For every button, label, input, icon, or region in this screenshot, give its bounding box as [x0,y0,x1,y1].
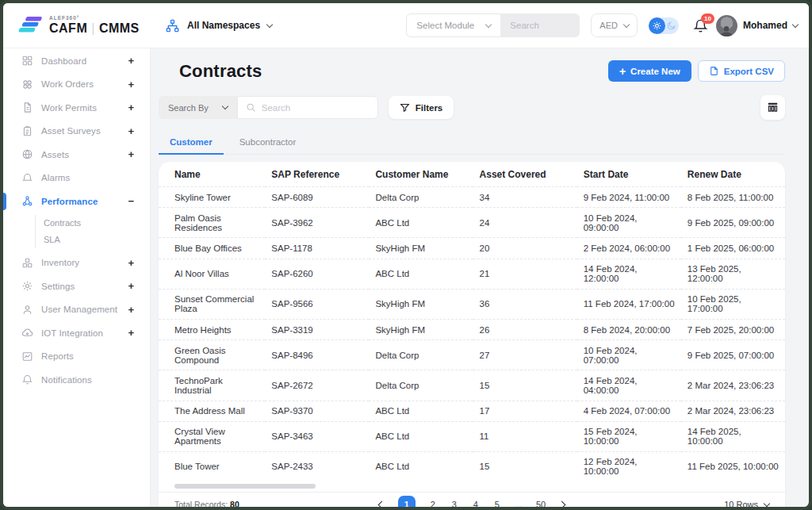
total-records: Total Records: 80 [174,500,379,509]
sidebar-item-label: Asset Surveys [41,126,120,136]
select-module-dropdown[interactable]: Select Module [406,13,501,37]
column-header: SAP Reference [265,162,369,187]
sidebar-item-user-management[interactable]: User Management+ [3,298,150,322]
table-cell: 11 [473,421,577,451]
user-menu[interactable]: Mohamed [716,15,798,36]
sidebar-item-reports[interactable]: Reports [3,345,150,369]
assets-icon [21,148,33,160]
sun-icon [649,17,665,34]
expand-toggle-icon[interactable]: + [128,148,134,160]
sidebar-item-notifications[interactable]: Notifications [3,368,150,392]
table-row[interactable]: Blue TowerSAP-2433ABC Ltd1512 Feb 2024, … [159,451,785,481]
rows-per-page-dropdown[interactable]: 10 Rows [565,500,769,509]
expand-toggle-icon[interactable]: + [128,55,134,67]
brand-title: CAFM|CMMS [49,22,140,35]
currency-dropdown[interactable]: AED [591,13,638,37]
sidebar-subitem-sla[interactable]: SLA [36,232,150,248]
table-footer: Total Records: 80 12345...50 10 Rows [159,492,785,510]
namespaces-hierarchy-icon [165,18,180,33]
page-button-5[interactable]: 5 [493,500,501,509]
table-cell: SAP-9566 [265,289,369,319]
namespaces-label: All Namespaces [187,20,260,31]
column-settings-button[interactable] [760,95,785,120]
search-by-dropdown[interactable]: Search By [159,96,237,119]
table-cell: 12 Feb 2024, 10:00:00 [577,451,681,481]
page-button-2[interactable]: 2 [429,500,437,509]
table-row[interactable]: Metro HeightsSAP-3319SkyHigh FM268 Feb 2… [159,319,785,339]
expand-toggle-icon[interactable]: + [128,304,134,316]
pagination: 12345...50 [379,496,565,510]
sidebar-item-assets[interactable]: Assets+ [3,143,150,167]
sidebar-item-alarms[interactable]: Alarms [3,167,150,190]
table-cell: 20 [473,238,577,259]
table-cell: 15 [473,451,577,481]
sidebar-item-asset-surveys[interactable]: Asset Surveys+ [3,120,150,144]
sidebar-item-work-orders[interactable]: Work Orders+ [3,73,150,97]
table-cell: Green Oasis Compound [159,340,265,370]
expand-toggle-icon[interactable]: + [128,327,134,339]
table-cell: 11 Feb 2025, 10:00:00 [681,451,785,481]
expand-toggle-icon[interactable]: + [128,79,134,90]
table-row[interactable]: Crystal View ApartmentsSAP-3463ABC Ltd11… [159,421,785,451]
horizontal-scrollbar[interactable] [174,484,316,489]
sidebar-item-dashboard[interactable]: Dashboard+ [3,49,150,73]
filters-button[interactable]: Filters [389,96,454,119]
notifications-bell-button[interactable]: 10 [693,18,708,33]
sidebar-item-iot-integration[interactable]: IOT Integration+ [3,321,150,345]
expand-toggle-icon[interactable]: + [128,257,134,269]
table-cell: 14 Feb 2024, 04:00:00 [577,370,681,401]
column-header: Start Date [577,162,681,187]
tab-customer[interactable]: Customer [159,132,224,155]
table-row[interactable]: Green Oasis CompoundSAP-8496Delta Corp27… [159,340,785,370]
sidebar-item-inventory[interactable]: Inventory+ [3,251,150,275]
table-cell: SAP-6260 [265,259,369,289]
table-cell: ABC Ltd [369,259,473,289]
table-cell: 15 Feb 2024, 10:00:00 [577,421,681,451]
create-new-button[interactable]: + Create New [608,60,691,82]
chevron-down-icon [485,21,492,27]
namespaces-dropdown[interactable]: All Namespaces [165,18,272,33]
reports-icon [21,351,33,362]
table-cell: SAP-9370 [265,401,369,421]
main-content: Contracts + Create New Export CS [151,48,809,507]
table-cell: SAP-8496 [265,340,369,370]
table-row[interactable]: The Address MallSAP-9370ABC Ltd174 Feb 2… [159,401,785,421]
page-button-4[interactable]: 4 [472,500,480,509]
sidebar-item-label: Work Orders [41,79,120,89]
expand-toggle-icon[interactable]: + [128,102,134,113]
export-csv-button[interactable]: Export CSV [698,60,785,82]
sidebar-item-performance[interactable]: Performance− [3,190,150,213]
asset-surveys-icon [21,125,33,137]
dashboard-icon [21,55,33,67]
theme-toggle[interactable] [649,17,679,34]
previous-page-button[interactable] [377,500,385,508]
table-cell: 2 Mar 2024, 23:06:23 [681,401,785,421]
table-cell: SAP-3962 [265,208,369,238]
table-search-input[interactable] [262,103,370,113]
expand-toggle-icon[interactable]: − [128,195,134,207]
sidebar-subitem-contracts[interactable]: Contracts [36,215,150,232]
sidebar-item-work-permits[interactable]: Work Permits+ [3,96,150,120]
page-button-1[interactable]: 1 [398,496,416,510]
page-button-3[interactable]: 3 [450,500,458,509]
tab-subcontractor[interactable]: Subcontractor [228,132,308,155]
table-cell: SAP-6089 [265,187,369,208]
table-row[interactable]: TechnoPark IndustrialSAP-2672Delta Corp1… [159,370,785,401]
page-button-50[interactable]: 50 [536,500,546,509]
table-cell: 15 [473,370,577,401]
table-row[interactable]: Al Noor VillasSAP-6260ABC Ltd2114 Feb 20… [159,259,785,289]
table-row[interactable]: Palm Oasis ResidencesSAP-3962ABC Ltd2410… [159,208,785,238]
total-records-value: 80 [230,500,239,509]
table-cell: 26 [473,319,577,339]
sidebar-item-settings[interactable]: Settings+ [3,274,150,298]
expand-toggle-icon[interactable]: + [128,125,134,137]
table-cell: SAP-2433 [265,451,369,481]
table-row[interactable]: Sunset Commercial PlazaSAP-9566SkyHigh F… [159,289,785,319]
performance-icon [21,195,33,207]
table-row[interactable]: Blue Bay OfficesSAP-1178SkyHigh FM202 Fe… [159,238,785,259]
table-row[interactable]: Skyline TowerSAP-6089Delta Corp349 Feb 2… [159,187,785,208]
table-cell: The Address Mall [159,401,265,421]
global-search-input[interactable] [500,13,580,37]
expand-toggle-icon[interactable]: + [128,280,134,292]
table-cell: 8 Feb 2024, 20:00:00 [577,319,681,339]
